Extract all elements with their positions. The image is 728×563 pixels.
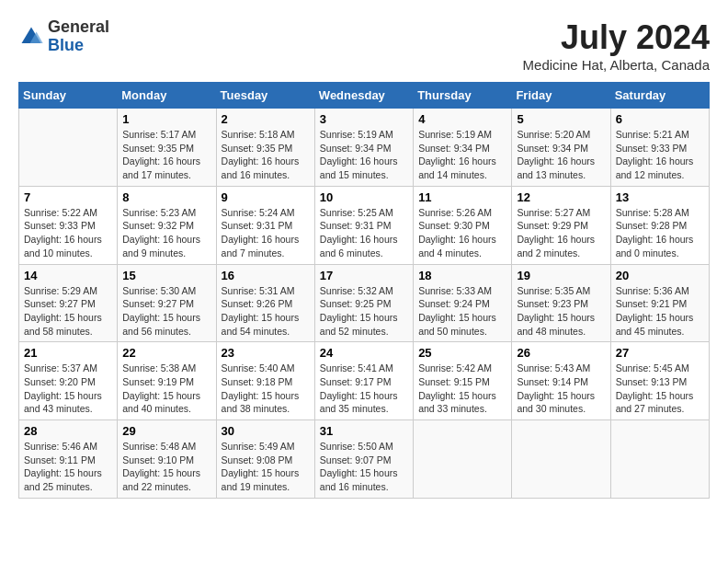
day-number: 26 — [517, 346, 605, 360]
day-info: Sunrise: 5:36 AMSunset: 9:21 PMDaylight:… — [616, 284, 704, 339]
calendar-week-row: 21Sunrise: 5:37 AMSunset: 9:20 PMDayligh… — [19, 342, 710, 420]
day-number: 31 — [320, 424, 408, 438]
day-number: 2 — [222, 112, 310, 126]
day-number: 22 — [122, 346, 210, 360]
day-info: Sunrise: 5:42 AMSunset: 9:15 PMDaylight:… — [418, 362, 506, 416]
day-info: Sunrise: 5:48 AMSunset: 9:10 PMDaylight:… — [122, 440, 210, 494]
header: General Blue July 2024 Medicine Hat, Alb… — [18, 18, 710, 73]
day-info: Sunrise: 5:43 AMSunset: 9:14 PMDaylight:… — [517, 362, 605, 416]
calendar-cell: 24Sunrise: 5:41 AMSunset: 9:17 PMDayligh… — [314, 342, 413, 420]
day-info: Sunrise: 5:25 AMSunset: 9:31 PMDaylight:… — [320, 206, 408, 260]
day-info: Sunrise: 5:18 AMSunset: 9:35 PMDaylight:… — [222, 128, 310, 182]
day-number: 18 — [418, 269, 506, 282]
day-info: Sunrise: 5:46 AMSunset: 9:11 PMDaylight:… — [24, 440, 112, 494]
header-day-sunday: Sunday — [19, 83, 118, 109]
day-number: 16 — [222, 269, 310, 282]
header-day-monday: Monday — [118, 83, 216, 109]
header-day-friday: Friday — [512, 83, 610, 109]
calendar-cell: 3Sunrise: 5:19 AMSunset: 9:34 PMDaylight… — [314, 109, 413, 187]
day-number: 21 — [24, 346, 112, 360]
header-day-wednesday: Wednesday — [314, 83, 413, 109]
day-number: 14 — [24, 269, 112, 282]
calendar-cell: 30Sunrise: 5:49 AMSunset: 9:08 PMDayligh… — [216, 420, 314, 499]
calendar-cell: 7Sunrise: 5:22 AMSunset: 9:33 PMDaylight… — [19, 186, 118, 264]
calendar-cell: 11Sunrise: 5:26 AMSunset: 9:30 PMDayligh… — [414, 186, 512, 264]
day-number: 11 — [418, 190, 506, 204]
month-title: July 2024 — [523, 18, 710, 57]
calendar-cell — [19, 109, 118, 187]
day-info: Sunrise: 5:26 AMSunset: 9:30 PMDaylight:… — [418, 206, 506, 260]
day-info: Sunrise: 5:28 AMSunset: 9:28 PMDaylight:… — [616, 206, 704, 260]
calendar-cell: 14Sunrise: 5:29 AMSunset: 9:27 PMDayligh… — [19, 264, 118, 342]
day-number: 24 — [320, 346, 408, 360]
calendar-cell: 4Sunrise: 5:19 AMSunset: 9:34 PMDaylight… — [414, 109, 512, 187]
day-info: Sunrise: 5:50 AMSunset: 9:07 PMDaylight:… — [320, 440, 408, 494]
day-number: 10 — [320, 190, 408, 204]
day-number: 6 — [616, 112, 704, 126]
day-info: Sunrise: 5:29 AMSunset: 9:27 PMDaylight:… — [24, 284, 112, 339]
day-number: 5 — [517, 112, 605, 126]
day-number: 3 — [320, 112, 408, 126]
day-number: 8 — [122, 190, 210, 204]
day-info: Sunrise: 5:33 AMSunset: 9:24 PMDaylight:… — [418, 284, 506, 339]
day-info: Sunrise: 5:20 AMSunset: 9:34 PMDaylight:… — [517, 128, 605, 182]
day-number: 12 — [517, 190, 605, 204]
calendar-cell: 26Sunrise: 5:43 AMSunset: 9:14 PMDayligh… — [512, 342, 610, 420]
day-info: Sunrise: 5:41 AMSunset: 9:17 PMDaylight:… — [320, 362, 408, 416]
day-info: Sunrise: 5:45 AMSunset: 9:13 PMDaylight:… — [616, 362, 704, 416]
day-number: 23 — [222, 346, 310, 360]
day-info: Sunrise: 5:27 AMSunset: 9:29 PMDaylight:… — [517, 206, 605, 260]
day-info: Sunrise: 5:22 AMSunset: 9:33 PMDaylight:… — [24, 206, 112, 260]
day-number: 29 — [122, 424, 210, 438]
title-area: July 2024 Medicine Hat, Alberta, Canada — [523, 18, 710, 73]
calendar-cell — [512, 420, 610, 499]
day-info: Sunrise: 5:32 AMSunset: 9:25 PMDaylight:… — [320, 284, 408, 339]
calendar-cell: 18Sunrise: 5:33 AMSunset: 9:24 PMDayligh… — [414, 264, 512, 342]
calendar-cell: 31Sunrise: 5:50 AMSunset: 9:07 PMDayligh… — [314, 420, 413, 499]
calendar-cell: 27Sunrise: 5:45 AMSunset: 9:13 PMDayligh… — [610, 342, 709, 420]
calendar-table: SundayMondayTuesdayWednesdayThursdayFrid… — [18, 82, 710, 499]
logo-text: General Blue — [48, 18, 109, 55]
day-number: 1 — [122, 112, 210, 126]
day-info: Sunrise: 5:49 AMSunset: 9:08 PMDaylight:… — [222, 440, 310, 494]
calendar-week-row: 1Sunrise: 5:17 AMSunset: 9:35 PMDaylight… — [19, 109, 710, 187]
day-number: 13 — [616, 190, 704, 204]
calendar-cell: 2Sunrise: 5:18 AMSunset: 9:35 PMDaylight… — [216, 109, 314, 187]
calendar-cell: 10Sunrise: 5:25 AMSunset: 9:31 PMDayligh… — [314, 186, 413, 264]
calendar-header-row: SundayMondayTuesdayWednesdayThursdayFrid… — [19, 83, 710, 109]
header-day-tuesday: Tuesday — [216, 83, 314, 109]
day-number: 28 — [24, 424, 112, 438]
day-number: 25 — [418, 346, 506, 360]
header-day-thursday: Thursday — [414, 83, 512, 109]
day-info: Sunrise: 5:37 AMSunset: 9:20 PMDaylight:… — [24, 362, 112, 416]
day-number: 15 — [122, 269, 210, 282]
day-info: Sunrise: 5:40 AMSunset: 9:18 PMDaylight:… — [222, 362, 310, 416]
day-info: Sunrise: 5:24 AMSunset: 9:31 PMDaylight:… — [222, 206, 310, 260]
calendar-week-row: 14Sunrise: 5:29 AMSunset: 9:27 PMDayligh… — [19, 264, 710, 342]
calendar-cell: 28Sunrise: 5:46 AMSunset: 9:11 PMDayligh… — [19, 420, 118, 499]
calendar-cell: 22Sunrise: 5:38 AMSunset: 9:19 PMDayligh… — [118, 342, 216, 420]
calendar-cell: 17Sunrise: 5:32 AMSunset: 9:25 PMDayligh… — [314, 264, 413, 342]
calendar-cell: 15Sunrise: 5:30 AMSunset: 9:27 PMDayligh… — [118, 264, 216, 342]
calendar-cell: 29Sunrise: 5:48 AMSunset: 9:10 PMDayligh… — [118, 420, 216, 499]
calendar-cell: 20Sunrise: 5:36 AMSunset: 9:21 PMDayligh… — [610, 264, 709, 342]
calendar-cell — [414, 420, 512, 499]
calendar-cell: 5Sunrise: 5:20 AMSunset: 9:34 PMDaylight… — [512, 109, 610, 187]
logo-icon — [18, 24, 44, 50]
day-number: 19 — [517, 269, 605, 282]
day-info: Sunrise: 5:23 AMSunset: 9:32 PMDaylight:… — [122, 206, 210, 260]
calendar-cell: 8Sunrise: 5:23 AMSunset: 9:32 PMDaylight… — [118, 186, 216, 264]
calendar-cell: 12Sunrise: 5:27 AMSunset: 9:29 PMDayligh… — [512, 186, 610, 264]
day-info: Sunrise: 5:35 AMSunset: 9:23 PMDaylight:… — [517, 284, 605, 339]
calendar-cell: 1Sunrise: 5:17 AMSunset: 9:35 PMDaylight… — [118, 109, 216, 187]
calendar-cell: 23Sunrise: 5:40 AMSunset: 9:18 PMDayligh… — [216, 342, 314, 420]
calendar-cell: 16Sunrise: 5:31 AMSunset: 9:26 PMDayligh… — [216, 264, 314, 342]
header-day-saturday: Saturday — [610, 83, 709, 109]
day-number: 9 — [222, 190, 310, 204]
calendar-cell: 21Sunrise: 5:37 AMSunset: 9:20 PMDayligh… — [19, 342, 118, 420]
day-number: 20 — [616, 269, 704, 282]
calendar-cell: 25Sunrise: 5:42 AMSunset: 9:15 PMDayligh… — [414, 342, 512, 420]
day-info: Sunrise: 5:31 AMSunset: 9:26 PMDaylight:… — [222, 284, 310, 339]
day-number: 7 — [24, 190, 112, 204]
calendar-cell: 13Sunrise: 5:28 AMSunset: 9:28 PMDayligh… — [610, 186, 709, 264]
